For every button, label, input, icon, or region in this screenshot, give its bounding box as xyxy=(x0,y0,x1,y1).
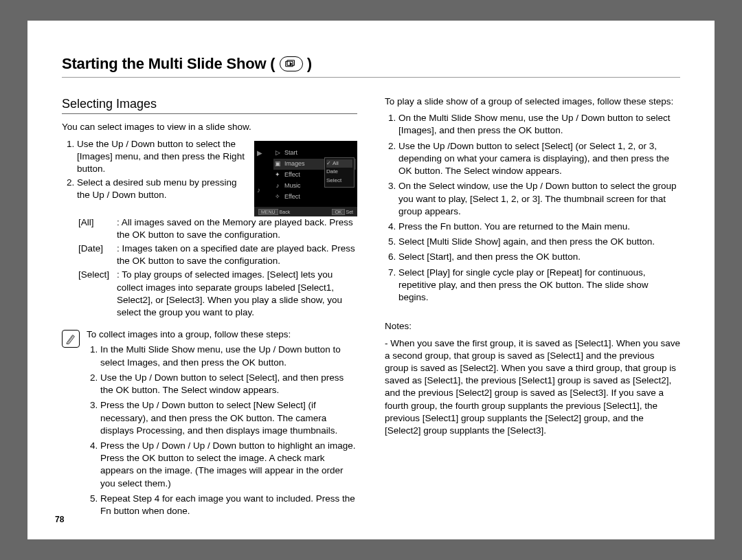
camera-lcd: ▶♪ ▷Start ▣Images ✦Effect ♪Music ✧Effect… xyxy=(254,141,357,216)
lcd-item: Music xyxy=(284,181,301,190)
right-intro: To play a slide show of a group of selec… xyxy=(385,96,680,108)
left-column: Selecting Images You can select images t… xyxy=(62,96,357,527)
notes-heading: Notes: xyxy=(385,320,680,333)
step-item: Use the Up / Down button to select the [… xyxy=(77,138,249,176)
note-lead: To collect images into a group, follow t… xyxy=(87,329,291,339)
note-block: To collect images into a group, follow t… xyxy=(62,328,357,527)
note-steps: In the Multi Slide Show menu, use the Up… xyxy=(87,344,357,517)
step-item: Select a desired sub menu by pressing th… xyxy=(77,177,249,201)
notes-body: - When you save the first group, it is s… xyxy=(385,337,680,438)
step-item: Select [Start], and then press the OK bu… xyxy=(398,251,680,263)
slideshow-icon xyxy=(280,56,303,71)
step-item: Press the Fn button. You are returned to… xyxy=(398,221,680,233)
def-row: [Select] : To play groups of selected im… xyxy=(78,269,357,319)
lcd-submenu-item: Date xyxy=(326,168,352,177)
step-item: Select [Multi Slide Show] again, and the… xyxy=(398,236,680,248)
lcd-side-icons: ▶♪ xyxy=(257,148,262,196)
manual-page: Starting the Multi Slide Show ( ) Select… xyxy=(27,21,715,539)
step-item: On the Multi Slide Show menu, use the Up… xyxy=(398,112,680,137)
lcd-submenu-item: Select xyxy=(326,177,352,186)
lcd-item: Images xyxy=(284,159,305,168)
lcd-submenu: All Date Select xyxy=(324,157,355,188)
def-term: [Select] xyxy=(78,269,117,319)
note-step: Press the Up / Down / Up / Down button t… xyxy=(100,440,357,490)
def-text: : All images saved on the Memory are pla… xyxy=(117,216,357,241)
content-columns: Selecting Images You can select images t… xyxy=(62,96,680,527)
lcd-item: Effect xyxy=(284,170,300,179)
paren-close: ) xyxy=(307,55,312,73)
section-heading: Selecting Images xyxy=(62,96,357,114)
paren-open: ( xyxy=(270,55,275,73)
lcd-submenu-item: All xyxy=(326,159,352,168)
lcd-item: Start xyxy=(284,148,297,157)
def-text: : To play groups of selected images. [Se… xyxy=(117,269,357,319)
note-step: Press the Up / Down button to select [Ne… xyxy=(100,399,357,437)
definition-list: [All] : All images saved on the Memory a… xyxy=(78,216,357,320)
step-item: Select [Play] for single cycle play or [… xyxy=(398,267,680,304)
def-term: [Date] xyxy=(78,243,117,267)
page-title: Starting the Multi Slide Show xyxy=(62,55,266,73)
lcd-item: Effect xyxy=(284,192,300,201)
note-step: Repeat Step 4 for each image you want to… xyxy=(100,493,357,517)
def-text: : Images taken on a specified date are p… xyxy=(117,243,357,267)
lcd-ok-button: OK xyxy=(332,209,344,215)
intro-text: You can select images to view in a slide… xyxy=(62,121,357,133)
lcd-back-label: Back xyxy=(280,210,291,214)
note-body: To collect images into a group, follow t… xyxy=(87,328,357,527)
right-column: To play a slide show of a group of selec… xyxy=(385,96,680,527)
step-list-top: Use the Up / Down button to select the [… xyxy=(62,138,249,202)
lcd-row: ✧Effect xyxy=(273,192,356,203)
note-icon xyxy=(62,330,80,348)
def-row: [Date] : Images taken on a specified dat… xyxy=(78,243,357,267)
steps-with-lcd: Use the Up / Down button to select the [… xyxy=(62,138,357,216)
step-item: On the Select window, use the Up / Down … xyxy=(398,180,680,218)
lcd-set-label: Set xyxy=(346,210,353,214)
step-item: Use the Up /Down button to select [Selec… xyxy=(398,140,680,178)
note-step: Use the Up / Down button to select [Sele… xyxy=(100,372,357,396)
def-row: [All] : All images saved on the Memory a… xyxy=(78,216,357,241)
page-number: 78 xyxy=(55,515,64,524)
page-title-row: Starting the Multi Slide Show ( ) xyxy=(62,55,680,78)
right-step-list: On the Multi Slide Show menu, use the Up… xyxy=(385,112,680,304)
def-term: [All] xyxy=(78,216,117,241)
lcd-bottom-bar: MENU Back OK Set xyxy=(254,207,357,216)
lcd-menu-button: MENU xyxy=(258,209,278,215)
note-step: In the Multi Slide Show menu, use the Up… xyxy=(100,344,357,368)
